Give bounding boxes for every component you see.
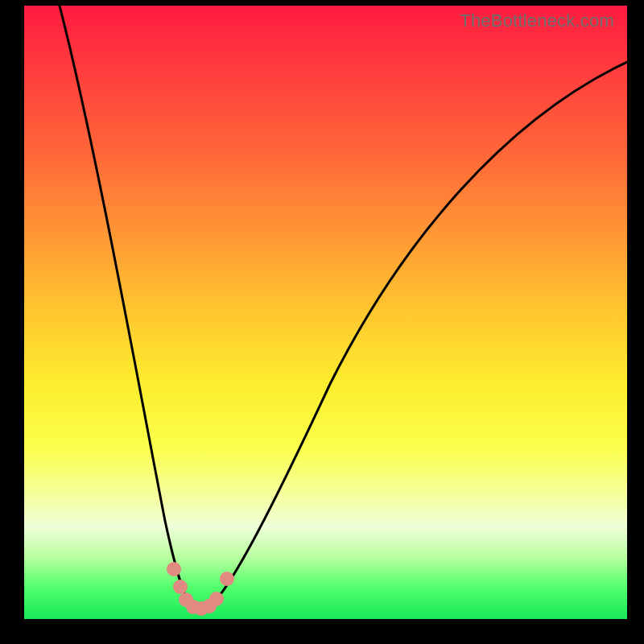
watermark-text: TheBottleneck.com [460, 10, 614, 31]
bottleneck-curve-path [60, 6, 627, 609]
curve-marker [220, 572, 234, 586]
bottleneck-curve-svg [24, 6, 627, 619]
curve-marker [167, 562, 181, 576]
curve-marker [209, 592, 224, 606]
chart-plot-area: TheBottleneck.com [24, 6, 627, 619]
curve-marker [173, 580, 188, 594]
